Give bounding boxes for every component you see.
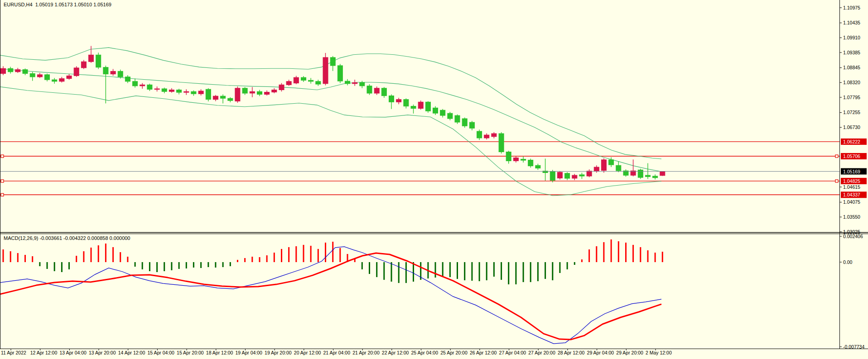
macd-panel-area[interactable] [0, 234, 839, 349]
time-axis[interactable] [0, 349, 868, 359]
chart-window: 1.109751.104351.099101.093851.088451.083… [0, 0, 868, 359]
price-axis[interactable] [839, 0, 868, 349]
main-chart-area[interactable] [0, 0, 839, 232]
